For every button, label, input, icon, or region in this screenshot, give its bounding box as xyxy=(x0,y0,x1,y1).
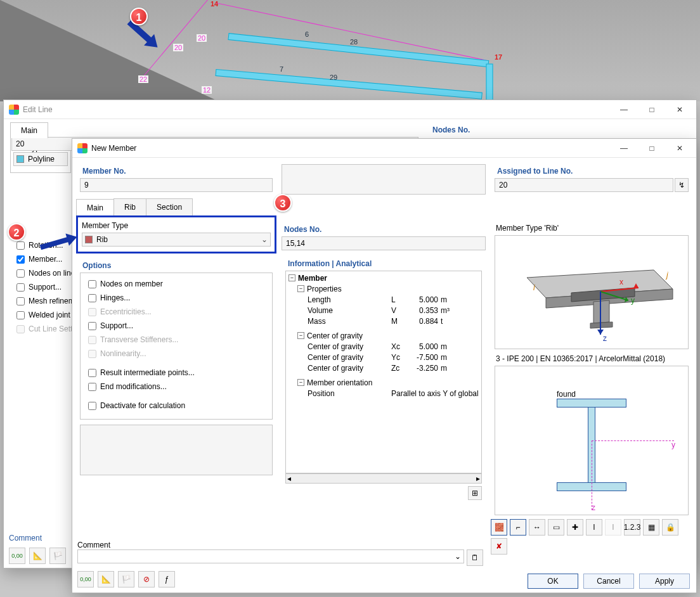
window-title: Edit Line xyxy=(23,105,53,114)
opt-support[interactable]: Support... xyxy=(11,280,80,294)
axis-line xyxy=(592,440,674,441)
flag-button[interactable]: 🏳️ xyxy=(118,571,134,587)
axis-button[interactable]: 📐 xyxy=(29,548,46,564)
tree-toggle[interactable]: − xyxy=(297,379,304,386)
flag-button[interactable]: 🏳️ xyxy=(49,548,66,564)
nodes-no-label: Nodes No. xyxy=(282,222,486,236)
opt-member[interactable]: Member... xyxy=(11,252,80,266)
window-title: New Member xyxy=(91,144,136,153)
preview-section: found y z xyxy=(495,366,689,515)
section-button[interactable]: ▭ xyxy=(548,519,564,536)
axis-button[interactable]: 📐 xyxy=(98,571,114,587)
nodes-no-label: Nodes No. xyxy=(430,123,689,137)
view-mode-button[interactable]: 🧱 xyxy=(491,519,507,536)
units-button[interactable]: 0,00 xyxy=(77,571,94,587)
tab-rib[interactable]: Rib xyxy=(113,198,146,215)
close-button[interactable]: ✕ xyxy=(666,139,694,157)
scroll-right-icon[interactable]: ▸ xyxy=(476,474,480,483)
member-type-label: Member Type xyxy=(82,221,271,233)
close-button[interactable]: ✕ xyxy=(666,101,694,119)
opt-nodes-on-member[interactable]: Nodes on member xyxy=(83,277,269,291)
info-label: Information | Analytical xyxy=(285,257,482,271)
3d-viewport: 14 17 20 20 22 12 6 28 7 29 xyxy=(0,0,700,101)
scroll-left-icon[interactable]: ◂ xyxy=(287,474,291,483)
opt-eccentricities: Eccentricities... xyxy=(83,305,269,319)
opt-welded[interactable]: Welded joint xyxy=(11,308,80,322)
beam xyxy=(216,69,483,100)
origin-button[interactable]: ✚ xyxy=(567,519,583,536)
member-type-select[interactable]: Rib ⌄ xyxy=(82,233,271,247)
tree-toggle[interactable]: − xyxy=(297,285,304,292)
titlebar[interactable]: Edit Line — □ ✕ xyxy=(4,100,696,119)
tree-toggle[interactable]: − xyxy=(288,274,295,281)
opt-cut-line: Cut Line Settings xyxy=(11,322,80,336)
horizontal-scrollbar[interactable]: ◂ ▸ xyxy=(285,473,482,484)
titlebar[interactable]: New Member — □ ✕ xyxy=(72,139,696,158)
apply-button[interactable]: Apply xyxy=(639,574,690,589)
minimize-button[interactable]: — xyxy=(610,101,638,119)
member-type-value: Rib xyxy=(96,235,108,244)
polyline-swatch xyxy=(16,155,24,163)
cancel-select-button[interactable]: ⊘ xyxy=(138,571,155,587)
node-id: 14 xyxy=(211,0,218,8)
callout-2: 2 xyxy=(8,223,25,241)
tab-section[interactable]: Section xyxy=(146,198,193,215)
blank-panel xyxy=(282,164,486,195)
opt-support[interactable]: Support... xyxy=(83,319,269,333)
blank-panel xyxy=(80,425,273,475)
units-button[interactable]: 0,00 xyxy=(9,548,25,564)
dimension-button[interactable]: ↔ xyxy=(529,519,545,536)
coords-button[interactable]: 1.2.3 xyxy=(624,519,640,536)
tree-toggle[interactable]: − xyxy=(297,332,304,339)
flange-top xyxy=(557,399,626,408)
opt-mesh-refine[interactable]: Mesh refinement xyxy=(11,294,80,308)
maximize-button[interactable]: □ xyxy=(638,101,666,119)
rib-swatch xyxy=(85,236,93,243)
profile-gray-button[interactable]: I xyxy=(605,519,621,536)
node-label: 20 xyxy=(197,34,207,42)
opt-end-mod[interactable]: End modifications... xyxy=(83,380,269,394)
comment-pick-button[interactable]: 🗒 xyxy=(467,549,483,566)
minimize-button[interactable]: — xyxy=(610,139,638,157)
preview-rib-title: Member Type 'Rib' xyxy=(495,222,689,235)
svg-text:j: j xyxy=(665,271,668,279)
svg-text:y: y xyxy=(631,296,635,305)
config-button[interactable]: ⊞ xyxy=(468,486,482,500)
chevron-down-icon: ⌄ xyxy=(261,235,268,244)
new-member-window: New Member — □ ✕ Member No. Main Rib Sec… xyxy=(72,138,697,593)
axes-button[interactable]: ⌐ xyxy=(510,519,526,536)
cancel-button[interactable]: Cancel xyxy=(583,574,634,589)
delete-button[interactable]: ✘ xyxy=(491,538,507,555)
preview-rib: x y z i j xyxy=(495,235,689,349)
ok-button[interactable]: OK xyxy=(528,574,578,589)
edit-line-options: Rotation... Member... Nodes on line Supp… xyxy=(11,238,80,336)
maximize-button[interactable]: □ xyxy=(638,139,666,157)
opt-deactivate[interactable]: Deactivate for calculation xyxy=(83,399,269,413)
svg-text:x: x xyxy=(619,278,623,286)
profile-button[interactable]: I xyxy=(586,519,602,536)
node-label: 22 xyxy=(138,75,148,83)
line-type-value: Polyline xyxy=(28,155,55,164)
member-no-input[interactable] xyxy=(80,178,273,192)
opt-transverse: Transverse Stiffeners... xyxy=(83,333,269,347)
grid-button[interactable]: ▦ xyxy=(643,519,659,536)
svg-marker-3 xyxy=(593,300,609,323)
options-label: Options xyxy=(80,259,273,273)
tab-main[interactable]: Main xyxy=(10,122,48,138)
node-label: 20 xyxy=(173,44,183,51)
opt-nodes-on-line[interactable]: Nodes on line xyxy=(11,266,80,280)
assigned-input[interactable] xyxy=(495,178,673,192)
elem-id: 6 xyxy=(305,30,309,38)
tab-main[interactable]: Main xyxy=(76,199,114,216)
line-no-label: Line No. xyxy=(11,123,418,137)
opt-hinges[interactable]: Hinges... xyxy=(83,291,269,305)
opt-result-points[interactable]: Result intermediate points... xyxy=(83,366,269,380)
chevron-down-icon[interactable]: ⌄ xyxy=(455,552,461,561)
comment-label: Comment xyxy=(77,541,483,549)
lock-button[interactable]: 🔒 xyxy=(662,519,678,536)
pick-line-button[interactable]: ↯ xyxy=(675,178,689,192)
preview-section-title: 3 - IPE 200 | EN 10365:2017 | ArcelorMit… xyxy=(495,353,689,366)
preview-toolbar: 🧱 ⌐ ↔ ▭ ✚ I I 1.2.3 ▦ 🔒 ✘ xyxy=(491,519,692,555)
nodes-no-input[interactable] xyxy=(282,236,486,250)
script-button[interactable]: ƒ xyxy=(159,571,175,587)
